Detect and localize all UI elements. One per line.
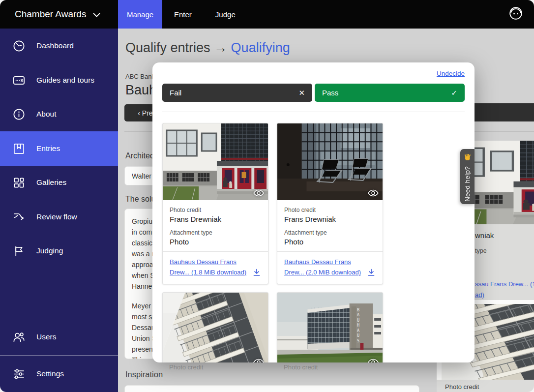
attachment-card: Photo credit Frans Drewniak Attachment t… bbox=[162, 123, 268, 284]
app-switcher[interactable]: Chamber Awards bbox=[0, 9, 118, 20]
attachment-grid: Photo credit Frans Drewniak Attachment t… bbox=[162, 123, 465, 362]
svg-text:A: A bbox=[357, 312, 359, 317]
qualify-modal: Undecide Fail ✕ Pass ✓ bbox=[152, 62, 475, 362]
sidebar-item-review-flow[interactable]: Review flow bbox=[0, 200, 118, 234]
sidebar-item-guides[interactable]: Guides and tours bbox=[0, 63, 118, 97]
sidebar-divider bbox=[0, 355, 118, 356]
download-icon[interactable] bbox=[367, 268, 376, 277]
download-icon[interactable] bbox=[252, 268, 261, 277]
field-label-architect: Architec bbox=[125, 151, 154, 160]
sidebar-item-users[interactable]: Users bbox=[0, 320, 118, 354]
tab-enter[interactable]: Enter bbox=[162, 0, 204, 29]
attachment-type-label: Attachment type bbox=[284, 229, 376, 236]
preview-eye-icon[interactable] bbox=[253, 359, 264, 362]
pass-button[interactable]: Pass ✓ bbox=[315, 84, 465, 102]
svg-text:U: U bbox=[357, 333, 359, 338]
section-label-inspiration: Inspiration bbox=[125, 370, 163, 379]
attachment-photo-entrance bbox=[163, 123, 268, 200]
title-arrow: → bbox=[214, 40, 227, 55]
tab-judge[interactable]: Judge bbox=[204, 0, 247, 29]
x-icon: ✕ bbox=[298, 89, 305, 97]
sidebar-item-galleries[interactable]: Galleries bbox=[0, 165, 118, 200]
entry-title: Bauh bbox=[125, 83, 156, 98]
dashboard-icon bbox=[12, 39, 26, 53]
info-icon bbox=[12, 108, 26, 121]
attachment-photo-bauhaus-building: BAUHAUS bbox=[277, 293, 383, 362]
qualifying-round-link[interactable]: Qualifying bbox=[231, 40, 290, 55]
attachment-download-link[interactable]: Bauhaus Dessau Frans Drew... (2.0 MiB do… bbox=[284, 257, 363, 278]
bg-credit-fragment: wniak bbox=[475, 231, 494, 240]
photo-credit-value: Frans Drewniak bbox=[170, 215, 261, 223]
attachment-photo-chairs bbox=[277, 123, 383, 200]
attachment-type-label: Attachment type bbox=[170, 229, 261, 236]
sidebar-item-dashboard[interactable]: Dashboard bbox=[0, 29, 118, 63]
users-icon bbox=[12, 331, 26, 344]
sidebar-item-settings[interactable]: Settings bbox=[0, 357, 118, 391]
preview-eye-icon[interactable] bbox=[253, 189, 264, 197]
svg-text:A: A bbox=[357, 328, 359, 333]
inspiration-box bbox=[124, 385, 419, 392]
sliders-icon bbox=[12, 367, 26, 381]
sidebar-item-entries[interactable]: Entries bbox=[0, 131, 118, 166]
attachment-card: Photo credit Frans Drewniak Attachment t… bbox=[277, 123, 383, 284]
photo-credit-label: Photo credit bbox=[284, 207, 376, 213]
waving-hand-icon bbox=[464, 153, 472, 163]
brand-label: Chamber Awards bbox=[15, 9, 86, 20]
svg-text:H: H bbox=[357, 323, 359, 328]
tab-manage[interactable]: Manage bbox=[118, 0, 162, 29]
preview-eye-icon[interactable] bbox=[368, 189, 379, 197]
bg-type-fragment: type bbox=[475, 247, 487, 254]
fail-button[interactable]: Fail ✕ bbox=[162, 84, 312, 102]
entry-organisation: ABC Bank bbox=[125, 73, 155, 80]
account-face-icon[interactable] bbox=[508, 6, 523, 23]
bookmark-icon bbox=[12, 142, 26, 155]
grid-icon bbox=[12, 176, 26, 189]
photo-credit-value: Frans Drewniak bbox=[284, 215, 376, 223]
ghost-photo-credit-2: Photo credit bbox=[284, 363, 318, 371]
attachment-download-link[interactable]: Bauhaus Dessau Frans Drew... (1.8 MiB do… bbox=[170, 257, 248, 278]
bg-photo-credit-label: Photo credit bbox=[445, 383, 479, 391]
bg-download-link-line1[interactable]: ssau Frans Drew... (1.8 bbox=[475, 280, 534, 288]
flag-icon bbox=[12, 244, 26, 258]
section-label-solution: The solu bbox=[125, 195, 155, 204]
check-icon: ✓ bbox=[451, 89, 457, 97]
photo-credit-label: Photo credit bbox=[170, 207, 261, 213]
need-help-tab[interactable]: Need help? bbox=[460, 149, 475, 204]
flow-arrow-icon bbox=[12, 211, 26, 224]
attachment-type-value: Photo bbox=[284, 238, 376, 246]
need-help-label: Need help? bbox=[464, 166, 471, 202]
svg-text:S: S bbox=[357, 338, 359, 343]
svg-text:B: B bbox=[357, 307, 359, 312]
top-header: Chamber Awards Manage Enter Judge bbox=[0, 0, 534, 29]
modal-divider bbox=[162, 112, 465, 112]
page-title: Qualify entries → Qualifying bbox=[125, 40, 290, 56]
ghost-photo-credit-1: Photo credit bbox=[169, 363, 203, 371]
chevron-down-icon bbox=[93, 9, 100, 20]
bg-download-link-line2[interactable]: ad) bbox=[475, 291, 484, 299]
svg-text:U: U bbox=[357, 318, 359, 323]
map-icon bbox=[12, 74, 26, 87]
preview-eye-icon[interactable] bbox=[368, 359, 379, 362]
attachment-card: BAUHAUS bbox=[277, 292, 383, 362]
attachment-type-value: Photo bbox=[170, 238, 261, 246]
sidebar-item-about[interactable]: About bbox=[0, 97, 118, 131]
sidebar-item-judging[interactable]: Judging bbox=[0, 234, 118, 268]
app-window: Chamber Awards Manage Enter Judge Dashbo… bbox=[0, 0, 534, 392]
attachment-photo-balconies bbox=[163, 293, 268, 362]
next-button[interactable] bbox=[472, 103, 534, 121]
attachment-card bbox=[162, 292, 268, 362]
sidebar-nav: Dashboard Guides and tours About Entries… bbox=[0, 29, 118, 392]
undecide-link[interactable]: Undecide bbox=[437, 70, 465, 81]
